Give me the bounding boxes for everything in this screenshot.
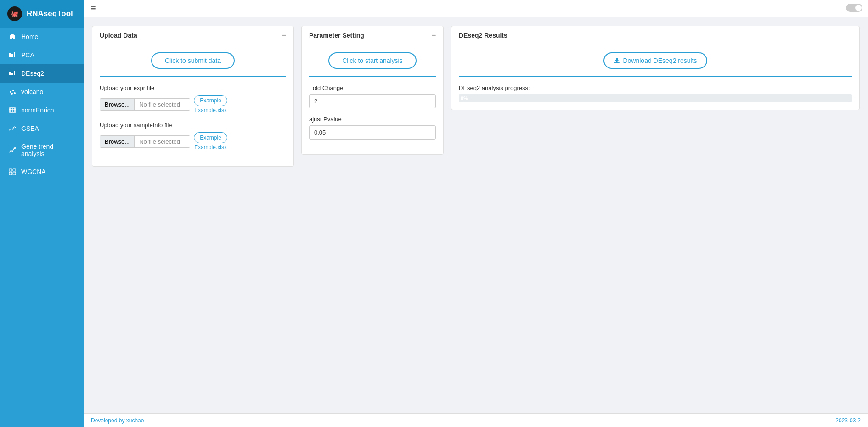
svg-rect-3 <box>9 72 11 75</box>
sidebar-item-home-label: Home <box>21 33 38 40</box>
bottom-bar: Developed by xuchao 2023-03-2 <box>84 413 868 427</box>
upload-data-panel: Upload Data − Click to submit data Uploa… <box>92 26 294 167</box>
svg-rect-1 <box>11 54 13 57</box>
svg-rect-18 <box>13 169 16 171</box>
download-results-button[interactable]: Download DEseq2 results <box>603 52 707 69</box>
svg-point-7 <box>12 90 14 91</box>
expr-file-section: Upload your expr file Browse... No file … <box>100 84 286 113</box>
results-panel-title: DEseq2 Results <box>459 32 507 39</box>
results-divider <box>459 76 852 77</box>
progress-section: DEseq2 analysis progress: 0% <box>459 84 852 102</box>
hamburger-icon[interactable]: ≡ <box>91 4 96 13</box>
sidebar-item-gene-trend[interactable]: Gene trend analysis <box>0 138 84 163</box>
upload-panel-body: Click to submit data Upload your expr fi… <box>92 45 293 166</box>
expr-file-input-group: Browse... No file selected <box>100 98 190 111</box>
app-logo-icon: 🐙 <box>7 6 22 21</box>
parameter-setting-panel: Parameter Setting − Click to start analy… <box>301 26 444 155</box>
sidebar-item-volcano-label: volcano <box>21 88 43 96</box>
normEnrich-icon <box>8 106 17 114</box>
svg-point-6 <box>10 91 11 93</box>
sidebar-item-deseq2-label: DEseq2 <box>21 70 44 77</box>
sidebar-brand: 🐙 RNAseqTool <box>0 0 84 28</box>
pvalue-label: ajust Pvalue <box>309 116 436 123</box>
sample-example-link[interactable]: Example.xlsx <box>194 144 227 151</box>
results-panel-header: DEseq2 Results <box>451 26 859 45</box>
volcano-icon <box>8 88 17 96</box>
svg-point-9 <box>11 93 13 95</box>
progress-bar-background: 0% <box>459 94 852 102</box>
sidebar-item-wgcna[interactable]: WGCNA <box>0 163 84 181</box>
sidebar-item-gsea-label: GSEA <box>21 125 39 132</box>
deseq2-results-panel: DEseq2 Results Download DEseq2 results D… <box>451 26 860 110</box>
pvalue-input[interactable] <box>309 125 436 140</box>
expr-file-row: Browse... No file selected Example Examp… <box>100 95 286 113</box>
sidebar-item-pca-label: PCA <box>21 51 34 59</box>
footer-right: 2023-03-2 <box>835 417 861 424</box>
main-area: ≡ Upload Data − Click to submit data <box>84 0 868 427</box>
theme-toggle[interactable] <box>846 4 862 12</box>
app-title: RNAseqTool <box>27 9 73 18</box>
sidebar-item-gene-trend-label: Gene trend analysis <box>21 143 75 157</box>
svg-rect-0 <box>9 53 11 57</box>
sidebar-item-pca[interactable]: PCA <box>0 46 84 64</box>
fold-change-field: Fold Change <box>309 84 436 108</box>
sample-example-button[interactable]: Example <box>194 132 227 143</box>
sample-file-label: Upload your sampleInfo file <box>100 122 286 129</box>
sample-file-row: Browse... No file selected Example Examp… <box>100 132 286 151</box>
expr-file-name: No file selected <box>135 99 190 110</box>
param-divider <box>309 76 436 77</box>
sidebar-item-home[interactable]: Home <box>0 28 84 46</box>
expr-file-label: Upload your expr file <box>100 84 286 91</box>
sidebar-item-wgcna-label: WGCNA <box>21 168 46 175</box>
pvalue-field: ajust Pvalue <box>309 116 436 140</box>
sample-file-name: No file selected <box>135 136 190 147</box>
progress-label: DEseq2 analysis progress: <box>459 84 852 91</box>
deseq2-icon <box>8 69 17 78</box>
upload-panel-header: Upload Data − <box>92 26 293 45</box>
sample-browse-button[interactable]: Browse... <box>100 136 135 147</box>
submit-data-button[interactable]: Click to submit data <box>151 52 235 69</box>
expr-example-link[interactable]: Example.xlsx <box>194 107 227 113</box>
fold-change-input[interactable] <box>309 94 436 108</box>
svg-rect-5 <box>14 71 15 75</box>
fold-change-label: Fold Change <box>309 84 436 91</box>
upload-divider <box>100 76 286 77</box>
progress-text: 0% <box>461 96 468 101</box>
start-analysis-button[interactable]: Click to start analysis <box>328 52 416 69</box>
sidebar-item-volcano[interactable]: volcano <box>0 83 84 101</box>
svg-rect-4 <box>11 73 13 75</box>
svg-rect-2 <box>14 52 15 57</box>
expr-browse-button[interactable]: Browse... <box>100 99 135 110</box>
pca-icon <box>8 51 17 59</box>
sidebar-item-deseq2[interactable]: DEseq2 <box>0 64 84 83</box>
upload-panel-title: Upload Data <box>100 32 137 39</box>
param-panel-header: Parameter Setting − <box>302 26 443 45</box>
param-panel-minimize[interactable]: − <box>432 32 436 39</box>
main-content: Upload Data − Click to submit data Uploa… <box>84 17 868 413</box>
sidebar: 🐙 RNAseqTool Home PCA DEseq2 <box>0 0 84 427</box>
svg-rect-21 <box>614 62 620 63</box>
expr-example-button[interactable]: Example <box>194 95 227 106</box>
svg-rect-20 <box>13 172 16 175</box>
svg-rect-19 <box>9 172 12 175</box>
toggle-area <box>846 4 862 12</box>
upload-panel-minimize[interactable]: − <box>282 32 286 39</box>
footer-left: Developed by xuchao <box>91 417 144 424</box>
results-panel-body: Download DEseq2 results DEseq2 analysis … <box>451 45 859 110</box>
sample-file-input-group: Browse... No file selected <box>100 135 190 148</box>
sidebar-item-normEnrich-label: normEnrich <box>21 107 54 114</box>
svg-rect-17 <box>9 169 12 171</box>
sidebar-item-gsea[interactable]: GSEA <box>0 119 84 138</box>
sidebar-item-normEnrich[interactable]: normEnrich <box>0 101 84 119</box>
main-header: ≡ <box>84 0 868 17</box>
wgcna-icon <box>8 168 17 176</box>
svg-point-8 <box>14 92 16 94</box>
sample-file-section: Upload your sampleInfo file Browse... No… <box>100 122 286 151</box>
gsea-icon <box>8 124 17 133</box>
gene-trend-icon <box>8 146 17 154</box>
param-panel-title: Parameter Setting <box>309 32 364 39</box>
param-panel-body: Click to start analysis Fold Change ajus… <box>302 45 443 154</box>
home-icon <box>8 33 17 41</box>
